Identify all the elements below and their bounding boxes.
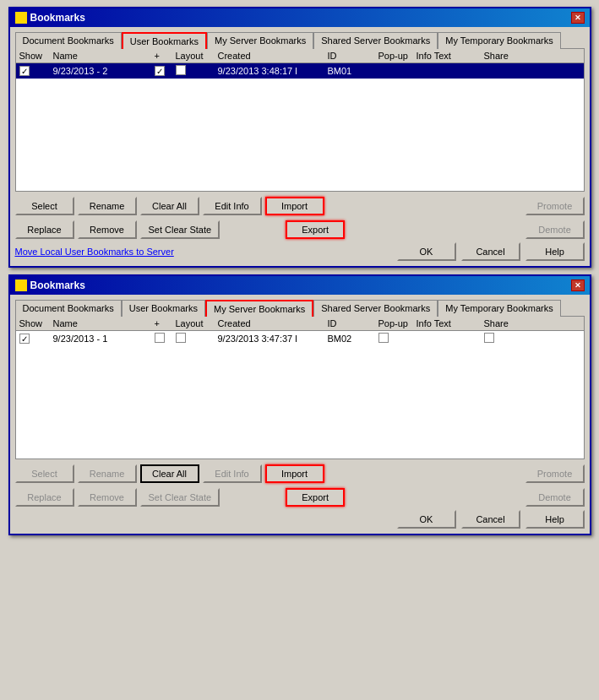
col-infotext-header-2: Info Text	[417, 318, 484, 328]
bottom-row-2: OK Cancel Help	[15, 510, 585, 529]
window-content-1: Document Bookmarks User Bookmarks My Ser…	[10, 27, 590, 266]
close-button-2[interactable]: ✕	[571, 279, 585, 291]
tab-my-server-bookmarks-2[interactable]: My Server Bookmarks	[205, 300, 313, 317]
replace-button-2[interactable]: Replace	[15, 488, 74, 507]
col-plus-header-2: +	[155, 318, 176, 328]
tab-document-bookmarks-2[interactable]: Document Bookmarks	[15, 300, 122, 317]
close-button-1[interactable]: ✕	[571, 12, 585, 24]
tab-shared-server-bookmarks-2[interactable]: Shared Server Bookmarks	[313, 300, 438, 317]
bottom-buttons-1: OK Cancel Help	[397, 242, 585, 261]
title-1: Bookmarks	[30, 12, 85, 24]
tab-shared-server-bookmarks-1[interactable]: Shared Server Bookmarks	[313, 32, 438, 49]
tab-user-bookmarks-2[interactable]: User Bookmarks	[122, 300, 205, 317]
col-popup-header-1: Pop-up	[378, 51, 417, 61]
table-body-2: 9/23/2013 - 1 9/23/2013 3:47:37 l BM02	[16, 331, 584, 453]
tab-my-temporary-bookmarks-2[interactable]: My Temporary Bookmarks	[438, 300, 561, 317]
tab-bar-1: Document Bookmarks User Bookmarks My Ser…	[15, 32, 585, 49]
title-bar-1: Bookmarks ✕	[10, 8, 590, 27]
row2-show-checkbox[interactable]	[19, 334, 30, 344]
row1-layout-checkbox[interactable]	[176, 65, 186, 75]
row1-created-cell: 9/23/2013 3:48:17 l	[218, 66, 328, 76]
import-button-2[interactable]: Import	[265, 464, 324, 483]
move-local-bookmarks-link[interactable]: Move Local User Bookmarks to Server	[15, 247, 174, 257]
window-icon-1	[15, 12, 27, 24]
row2-plus-checkbox[interactable]	[155, 333, 165, 343]
help-button-1[interactable]: Help	[525, 242, 585, 261]
row1-show-checkbox[interactable]	[19, 66, 30, 76]
col-id-header-1: ID	[328, 51, 378, 61]
export-button-1[interactable]: Export	[286, 220, 345, 239]
cancel-button-1[interactable]: Cancel	[461, 242, 520, 261]
promote-button-1[interactable]: Promote	[525, 197, 585, 215]
row1-plus-cell	[155, 66, 176, 77]
bookmarks-window-2: Bookmarks ✕ Document Bookmarks User Book…	[8, 274, 591, 535]
tab-document-bookmarks-1[interactable]: Document Bookmarks	[15, 32, 122, 49]
col-share-header-1: Share	[484, 51, 522, 61]
title-2: Bookmarks	[30, 279, 85, 291]
row1-name-cell: 9/23/2013 - 2	[53, 66, 155, 76]
table-row-1-0[interactable]: 9/23/2013 - 2 9/23/2013 3:48:17 l BM01	[16, 63, 584, 79]
row2-share-cell	[484, 333, 522, 345]
tab-my-server-bookmarks-1[interactable]: My Server Bookmarks	[207, 32, 313, 49]
col-name-header-2: Name	[53, 318, 155, 328]
replace-button-1[interactable]: Replace	[15, 220, 74, 239]
button-row-2b: Replace Remove Set Clear State Export De…	[15, 488, 585, 507]
table-header-2: Show Name + Layout Created ID Pop-up Inf…	[16, 317, 584, 331]
button-row-1a: Select Rename Clear All Edit Info Import…	[15, 197, 585, 215]
col-show-header-2: Show	[19, 318, 53, 328]
import-button-1[interactable]: Import	[265, 197, 324, 215]
tab-content-2: Show Name + Layout Created ID Pop-up Inf…	[15, 316, 585, 459]
rename-button-2[interactable]: Rename	[78, 464, 137, 483]
row1-show-cell	[19, 66, 53, 76]
rename-button-1[interactable]: Rename	[78, 197, 137, 215]
select-button-1[interactable]: Select	[15, 197, 74, 215]
table-body-1: 9/23/2013 - 2 9/23/2013 3:48:17 l BM01	[16, 63, 584, 186]
help-button-2[interactable]: Help	[525, 510, 585, 529]
row2-popup-checkbox[interactable]	[378, 333, 389, 343]
clear-all-button-2[interactable]: Clear All	[140, 464, 199, 483]
table-header-1: Show Name + Layout Created ID Pop-up Inf…	[16, 49, 584, 63]
title-bar-2: Bookmarks ✕	[10, 276, 590, 295]
col-name-header-1: Name	[53, 51, 155, 61]
row2-show-cell	[19, 334, 53, 344]
edit-info-button-2[interactable]: Edit Info	[203, 464, 262, 483]
ok-button-2[interactable]: OK	[397, 510, 456, 529]
remove-button-1[interactable]: Remove	[78, 220, 137, 239]
col-layout-header-1: Layout	[176, 51, 218, 61]
tab-user-bookmarks-1[interactable]: User Bookmarks	[122, 32, 207, 49]
row2-name-cell: 9/23/2013 - 1	[53, 334, 155, 344]
row2-share-checkbox[interactable]	[484, 333, 494, 343]
col-id-header-2: ID	[328, 318, 378, 328]
set-clear-state-button-1[interactable]: Set Clear State	[140, 220, 221, 239]
tab-my-temporary-bookmarks-1[interactable]: My Temporary Bookmarks	[438, 32, 561, 49]
bottom-row-1: Move Local User Bookmarks to Server OK C…	[15, 242, 585, 261]
row1-layout-cell	[176, 65, 218, 77]
promote-button-2[interactable]: Promote	[525, 464, 585, 483]
clear-all-button-1[interactable]: Clear All	[140, 197, 199, 215]
tab-content-1: Show Name + Layout Created ID Pop-up Inf…	[15, 48, 585, 192]
ok-button-1[interactable]: OK	[397, 242, 456, 261]
bottom-buttons-2: OK Cancel Help	[397, 510, 585, 529]
row1-plus-checkbox[interactable]	[155, 66, 165, 76]
remove-button-2[interactable]: Remove	[78, 488, 137, 507]
row1-id-cell: BM01	[328, 66, 378, 76]
cancel-button-2[interactable]: Cancel	[461, 510, 520, 529]
row2-popup-cell	[378, 333, 417, 345]
demote-button-1[interactable]: Demote	[525, 220, 585, 239]
col-plus-header-1: +	[155, 51, 176, 61]
demote-button-2[interactable]: Demote	[525, 488, 585, 507]
row2-created-cell: 9/23/2013 3:47:37 l	[218, 334, 328, 344]
col-show-header-1: Show	[19, 51, 53, 61]
row2-plus-cell	[155, 333, 176, 345]
table-row-2-0[interactable]: 9/23/2013 - 1 9/23/2013 3:47:37 l BM02	[16, 331, 584, 346]
set-clear-state-button-2[interactable]: Set Clear State	[140, 488, 221, 507]
col-popup-header-2: Pop-up	[378, 318, 417, 328]
row2-layout-cell	[176, 333, 218, 345]
row2-layout-checkbox[interactable]	[176, 333, 186, 343]
export-button-2[interactable]: Export	[286, 488, 345, 507]
select-button-2[interactable]: Select	[15, 464, 74, 483]
bookmarks-window-1: Bookmarks ✕ Document Bookmarks User Book…	[8, 7, 591, 268]
col-layout-header-2: Layout	[176, 318, 218, 328]
window-content-2: Document Bookmarks User Bookmarks My Ser…	[10, 295, 590, 534]
edit-info-button-1[interactable]: Edit Info	[203, 197, 262, 215]
